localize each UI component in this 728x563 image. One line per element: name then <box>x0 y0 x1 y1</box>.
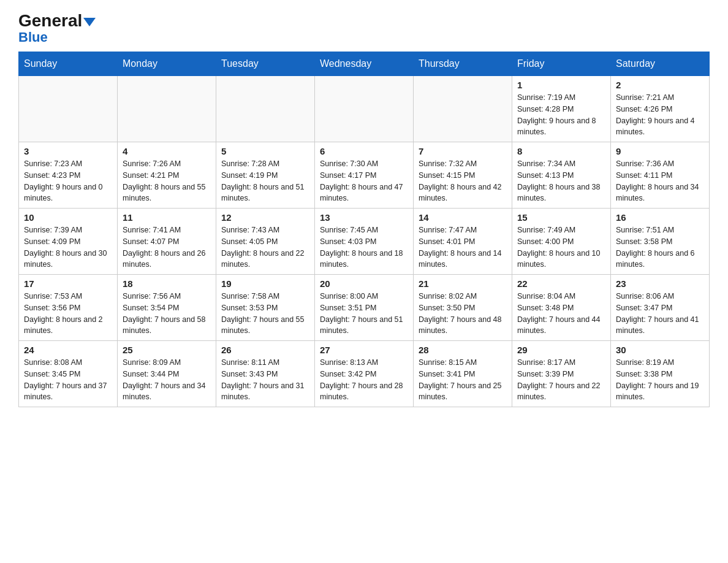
day-number: 16 <box>616 212 704 223</box>
calendar-cell: 23Sunrise: 8:06 AMSunset: 3:47 PMDayligh… <box>611 275 710 341</box>
day-number: 12 <box>221 212 309 223</box>
calendar-week-1: 1Sunrise: 7:19 AMSunset: 4:28 PMDaylight… <box>19 76 710 142</box>
calendar-cell: 30Sunrise: 8:19 AMSunset: 3:38 PMDayligh… <box>611 341 710 407</box>
day-header-wednesday: Wednesday <box>315 52 414 76</box>
day-info: Sunrise: 8:13 AMSunset: 3:42 PMDaylight:… <box>320 357 408 403</box>
calendar-week-4: 17Sunrise: 7:53 AMSunset: 3:56 PMDayligh… <box>19 275 710 341</box>
day-info: Sunrise: 7:58 AMSunset: 3:53 PMDaylight:… <box>221 291 309 337</box>
calendar-cell: 4Sunrise: 7:26 AMSunset: 4:21 PMDaylight… <box>118 142 216 209</box>
calendar-table: SundayMondayTuesdayWednesdayThursdayFrid… <box>18 52 710 407</box>
day-info: Sunrise: 7:21 AMSunset: 4:26 PMDaylight:… <box>616 92 704 138</box>
day-number: 22 <box>517 278 605 289</box>
day-info: Sunrise: 7:36 AMSunset: 4:11 PMDaylight:… <box>616 158 704 204</box>
calendar-cell <box>19 76 118 142</box>
calendar-cell <box>216 76 315 142</box>
day-number: 4 <box>123 146 211 156</box>
calendar-cell: 3Sunrise: 7:23 AMSunset: 4:23 PMDaylight… <box>19 142 118 209</box>
day-info: Sunrise: 8:19 AMSunset: 3:38 PMDaylight:… <box>616 357 704 403</box>
calendar-cell: 29Sunrise: 8:17 AMSunset: 3:39 PMDayligh… <box>512 341 611 407</box>
day-info: Sunrise: 7:51 AMSunset: 3:58 PMDaylight:… <box>616 224 704 270</box>
logo-blue: Blue <box>18 29 48 45</box>
day-number: 7 <box>419 146 507 156</box>
logo: General Blue <box>18 12 96 45</box>
day-number: 10 <box>24 212 112 223</box>
day-number: 21 <box>419 278 507 289</box>
day-number: 18 <box>123 278 211 289</box>
day-header-friday: Friday <box>512 52 611 76</box>
day-number: 13 <box>320 212 408 223</box>
calendar-cell: 14Sunrise: 7:47 AMSunset: 4:01 PMDayligh… <box>414 209 512 275</box>
day-info: Sunrise: 7:34 AMSunset: 4:13 PMDaylight:… <box>517 158 605 204</box>
calendar-cell: 18Sunrise: 7:56 AMSunset: 3:54 PMDayligh… <box>118 275 216 341</box>
calendar-cell: 2Sunrise: 7:21 AMSunset: 4:26 PMDaylight… <box>611 76 710 142</box>
day-info: Sunrise: 7:32 AMSunset: 4:15 PMDaylight:… <box>419 158 507 204</box>
day-info: Sunrise: 7:23 AMSunset: 4:23 PMDaylight:… <box>24 158 112 204</box>
day-info: Sunrise: 7:47 AMSunset: 4:01 PMDaylight:… <box>419 224 507 270</box>
day-info: Sunrise: 7:19 AMSunset: 4:28 PMDaylight:… <box>517 92 605 138</box>
calendar-cell: 20Sunrise: 8:00 AMSunset: 3:51 PMDayligh… <box>315 275 414 341</box>
calendar-header: SundayMondayTuesdayWednesdayThursdayFrid… <box>19 52 710 76</box>
calendar-week-3: 10Sunrise: 7:39 AMSunset: 4:09 PMDayligh… <box>19 209 710 275</box>
day-number: 6 <box>320 146 408 156</box>
day-number: 24 <box>24 345 112 355</box>
day-header-monday: Monday <box>118 52 216 76</box>
day-info: Sunrise: 7:49 AMSunset: 4:00 PMDaylight:… <box>517 224 605 270</box>
calendar-cell: 17Sunrise: 7:53 AMSunset: 3:56 PMDayligh… <box>19 275 118 341</box>
day-number: 19 <box>221 278 309 289</box>
calendar-cell: 1Sunrise: 7:19 AMSunset: 4:28 PMDaylight… <box>512 76 611 142</box>
day-info: Sunrise: 7:43 AMSunset: 4:05 PMDaylight:… <box>221 224 309 270</box>
calendar-cell: 15Sunrise: 7:49 AMSunset: 4:00 PMDayligh… <box>512 209 611 275</box>
day-number: 11 <box>123 212 211 223</box>
calendar-cell: 13Sunrise: 7:45 AMSunset: 4:03 PMDayligh… <box>315 209 414 275</box>
day-info: Sunrise: 7:56 AMSunset: 3:54 PMDaylight:… <box>123 291 211 337</box>
calendar-cell: 9Sunrise: 7:36 AMSunset: 4:11 PMDaylight… <box>611 142 710 209</box>
day-number: 27 <box>320 345 408 355</box>
day-info: Sunrise: 7:45 AMSunset: 4:03 PMDaylight:… <box>320 224 408 270</box>
calendar-cell: 11Sunrise: 7:41 AMSunset: 4:07 PMDayligh… <box>118 209 216 275</box>
day-number: 5 <box>221 146 309 156</box>
calendar-cell: 7Sunrise: 7:32 AMSunset: 4:15 PMDaylight… <box>414 142 512 209</box>
calendar-cell: 16Sunrise: 7:51 AMSunset: 3:58 PMDayligh… <box>611 209 710 275</box>
calendar-cell <box>414 76 512 142</box>
calendar-cell: 10Sunrise: 7:39 AMSunset: 4:09 PMDayligh… <box>19 209 118 275</box>
day-info: Sunrise: 7:30 AMSunset: 4:17 PMDaylight:… <box>320 158 408 204</box>
day-info: Sunrise: 8:17 AMSunset: 3:39 PMDaylight:… <box>517 357 605 403</box>
calendar-cell: 25Sunrise: 8:09 AMSunset: 3:44 PMDayligh… <box>118 341 216 407</box>
day-header-saturday: Saturday <box>611 52 710 76</box>
day-number: 9 <box>616 146 704 156</box>
calendar-cell: 28Sunrise: 8:15 AMSunset: 3:41 PMDayligh… <box>414 341 512 407</box>
day-info: Sunrise: 8:09 AMSunset: 3:44 PMDaylight:… <box>123 357 211 403</box>
calendar-body: 1Sunrise: 7:19 AMSunset: 4:28 PMDaylight… <box>19 76 710 407</box>
calendar-cell: 6Sunrise: 7:30 AMSunset: 4:17 PMDaylight… <box>315 142 414 209</box>
day-number: 29 <box>517 345 605 355</box>
day-number: 17 <box>24 278 112 289</box>
day-number: 25 <box>123 345 211 355</box>
calendar-cell: 12Sunrise: 7:43 AMSunset: 4:05 PMDayligh… <box>216 209 315 275</box>
logo-triangle-icon <box>83 18 96 26</box>
calendar-cell: 22Sunrise: 8:04 AMSunset: 3:48 PMDayligh… <box>512 275 611 341</box>
day-header-sunday: Sunday <box>19 52 118 76</box>
day-info: Sunrise: 8:11 AMSunset: 3:43 PMDaylight:… <box>221 357 309 403</box>
day-header-tuesday: Tuesday <box>216 52 315 76</box>
calendar-cell: 27Sunrise: 8:13 AMSunset: 3:42 PMDayligh… <box>315 341 414 407</box>
day-number: 20 <box>320 278 408 289</box>
day-info: Sunrise: 7:41 AMSunset: 4:07 PMDaylight:… <box>123 224 211 270</box>
day-info: Sunrise: 7:53 AMSunset: 3:56 PMDaylight:… <box>24 291 112 337</box>
day-info: Sunrise: 8:08 AMSunset: 3:45 PMDaylight:… <box>24 357 112 403</box>
calendar-cell: 26Sunrise: 8:11 AMSunset: 3:43 PMDayligh… <box>216 341 315 407</box>
day-number: 23 <box>616 278 704 289</box>
day-number: 30 <box>616 345 704 355</box>
day-info: Sunrise: 8:00 AMSunset: 3:51 PMDaylight:… <box>320 291 408 337</box>
calendar-cell <box>315 76 414 142</box>
calendar-cell <box>118 76 216 142</box>
calendar-cell: 21Sunrise: 8:02 AMSunset: 3:50 PMDayligh… <box>414 275 512 341</box>
day-number: 14 <box>419 212 507 223</box>
day-number: 2 <box>616 80 704 90</box>
calendar-cell: 5Sunrise: 7:28 AMSunset: 4:19 PMDaylight… <box>216 142 315 209</box>
day-number: 15 <box>517 212 605 223</box>
day-number: 28 <box>419 345 507 355</box>
calendar-week-5: 24Sunrise: 8:08 AMSunset: 3:45 PMDayligh… <box>19 341 710 407</box>
day-info: Sunrise: 8:04 AMSunset: 3:48 PMDaylight:… <box>517 291 605 337</box>
logo-general: General <box>18 12 96 29</box>
day-header-row: SundayMondayTuesdayWednesdayThursdayFrid… <box>19 52 710 76</box>
